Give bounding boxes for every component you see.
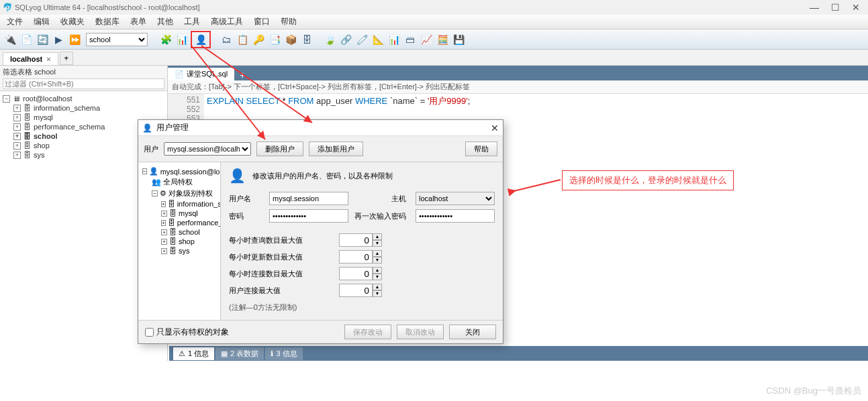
tool-icon-12[interactable]: 📐 (371, 32, 385, 47)
spin-down-icon[interactable]: ▼ (373, 257, 382, 264)
execute-icon[interactable]: ▶ (51, 32, 66, 47)
close-button[interactable]: ✕ (852, 2, 860, 13)
tool-icon-9[interactable]: 🍃 (322, 32, 337, 47)
dialog-close-icon[interactable]: ✕ (491, 123, 499, 133)
menu-table[interactable]: 表单 (125, 15, 152, 29)
show-priv-checkbox-label[interactable]: 只显示有特权的对象 (145, 327, 339, 338)
tree-db-item[interactable]: +🗄performance_schema (161, 218, 216, 227)
tool-icon-4[interactable]: 📋 (235, 32, 250, 47)
add-user-button[interactable]: 添加新用户 (309, 141, 363, 156)
collapse-icon[interactable]: − (3, 95, 10, 103)
spin-down-icon[interactable]: ▼ (373, 274, 382, 280)
menu-file[interactable]: 文件 (1, 15, 28, 29)
tool-icon-15[interactable]: 📈 (419, 32, 434, 47)
dialog-titlebar: 👤 用户管理 ✕ (138, 120, 503, 136)
user-manager-icon[interactable]: 👤 (193, 32, 208, 47)
dialog-toolbar: 用户 mysql.session@localhost 删除用户 添加新用户 帮助 (138, 136, 503, 162)
expand-icon[interactable]: + (13, 152, 21, 159)
new-query-icon[interactable]: 📄 (19, 32, 34, 47)
sql-tab[interactable]: 📄课堂SQL.sql (168, 68, 234, 80)
limit-queries-input[interactable] (339, 233, 373, 247)
tool-icon-10[interactable]: 🔗 (338, 32, 353, 47)
expand-icon[interactable]: + (13, 123, 21, 131)
spin-up-icon[interactable]: ▲ (373, 284, 382, 290)
help-button[interactable]: 帮助 (465, 141, 497, 156)
password-input[interactable] (269, 209, 348, 223)
menu-powertools[interactable]: 高级工具 (205, 15, 248, 29)
user-edit-icon: 👤 (229, 168, 246, 184)
user-manager-button-highlight: 👤 (191, 31, 211, 48)
host-label: 主机 (354, 194, 410, 204)
tree-db[interactable]: +🗄information_schema (13, 103, 164, 113)
spin-up-icon[interactable]: ▲ (373, 267, 382, 274)
tool-icon-14[interactable]: 🗃 (403, 32, 418, 47)
tool-icon-5[interactable]: 🔑 (251, 32, 266, 47)
tool-icon-3[interactable]: 🗂 (219, 32, 234, 47)
menu-tools[interactable]: 工具 (179, 15, 205, 29)
tool-icon-6[interactable]: 📑 (267, 32, 282, 47)
tool-icon-1[interactable]: 🧩 (158, 32, 173, 47)
limit-connections-input[interactable] (339, 267, 373, 280)
tree-db-item[interactable]: +🗄school (161, 227, 216, 237)
tool-icon-8[interactable]: 🗄 (299, 32, 314, 47)
password-confirm-input[interactable] (416, 209, 495, 223)
limit-updates-input[interactable] (339, 250, 373, 264)
close-tab-icon[interactable]: × (46, 55, 50, 63)
result-tab-info2[interactable]: ℹ3 信息 (265, 347, 302, 360)
tool-icon-11[interactable]: 🧷 (354, 32, 369, 47)
minimize-button[interactable]: — (810, 2, 819, 13)
filter-input[interactable] (3, 78, 164, 89)
expand-icon[interactable]: + (13, 105, 21, 112)
tree-global-priv[interactable]: 👥全局特权 (152, 176, 216, 188)
add-sql-tab[interactable]: + (234, 70, 250, 80)
new-connection-icon[interactable]: 🔌 (3, 32, 17, 47)
tool-icon-2[interactable]: 📊 (175, 32, 189, 47)
menu-favorites[interactable]: 收藏夹 (55, 15, 90, 29)
database-icon: 🗄 (169, 228, 177, 236)
spin-down-icon[interactable]: ▼ (373, 240, 382, 247)
menu-window[interactable]: 窗口 (248, 15, 275, 29)
host-select[interactable]: localhost (416, 192, 495, 205)
tool-icon-17[interactable]: 💾 (451, 32, 466, 47)
menu-database[interactable]: 数据库 (90, 15, 125, 29)
window-title: SQLyog Ultimate 64 - [localhost/school -… (15, 3, 810, 11)
connection-tabstrip: localhost × + (0, 50, 868, 66)
spin-up-icon[interactable]: ▲ (373, 250, 382, 257)
menu-help[interactable]: 帮助 (275, 15, 302, 29)
refresh-icon[interactable]: 🔄 (35, 32, 50, 47)
expand-icon[interactable]: + (13, 133, 21, 140)
tree-db-item[interactable]: +🗄information_schema (161, 199, 216, 209)
spin-up-icon[interactable]: ▲ (373, 233, 382, 240)
menu-other[interactable]: 其他 (152, 15, 179, 29)
menu-edit[interactable]: 编辑 (28, 15, 55, 29)
tool-icon-7[interactable]: 📦 (283, 32, 298, 47)
username-input[interactable] (269, 192, 348, 205)
close-dialog-button[interactable]: 关闭 (449, 325, 496, 339)
tree-user-root[interactable]: −👤mysql.session@localhost (142, 166, 216, 176)
tool-icon-16[interactable]: 🧮 (435, 32, 450, 47)
spin-down-icon[interactable]: ▼ (373, 290, 382, 297)
database-selector[interactable]: school (86, 33, 148, 46)
tree-root[interactable]: −🖥root@localhost (3, 94, 164, 103)
tree-db-item[interactable]: +🗄shop (161, 237, 216, 246)
user-select[interactable]: mysql.session@localhost (164, 142, 251, 156)
execute-all-icon[interactable]: ⏩ (67, 32, 82, 47)
tree-db-item[interactable]: +🗄mysql (161, 209, 216, 218)
show-priv-checkbox[interactable] (145, 328, 154, 337)
password-label: 密码 (229, 211, 264, 221)
tree-object-priv[interactable]: −⚙对象级别特权 (152, 188, 216, 199)
result-tab-data[interactable]: ▦2 表数据 (215, 347, 264, 360)
delete-user-button[interactable]: 删除用户 (256, 141, 303, 156)
limit-user-conn-input[interactable] (339, 284, 373, 297)
tree-db-item[interactable]: +🗄sys (161, 246, 216, 255)
result-tab-info[interactable]: ⚠1 信息 (173, 347, 214, 360)
username-label: 用户名 (229, 194, 264, 204)
watermark: CSDN @Bug一号质检员 (766, 385, 861, 397)
add-connection-tab[interactable]: + (60, 52, 73, 65)
maximize-button[interactable]: ☐ (831, 2, 840, 13)
expand-icon[interactable]: + (13, 114, 21, 121)
expand-icon[interactable]: + (13, 142, 21, 150)
tool-icon-13[interactable]: 📊 (387, 32, 401, 47)
dialog-title: 用户管理 (156, 122, 491, 133)
connection-tab-localhost[interactable]: localhost × (3, 52, 58, 65)
